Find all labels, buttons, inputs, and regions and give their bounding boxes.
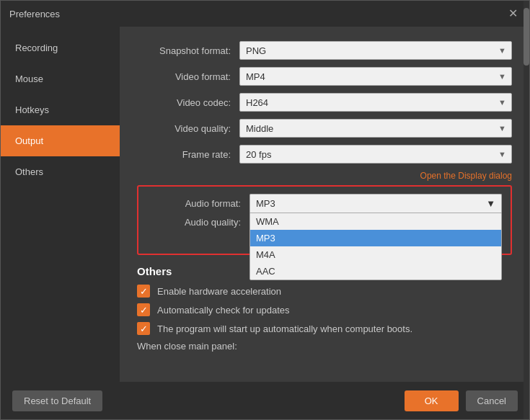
cancel-button[interactable]: Cancel: [466, 390, 518, 411]
open-display-link[interactable]: Open the Display dialog: [420, 171, 512, 181]
reset-button[interactable]: Reset to Default: [12, 390, 102, 411]
frame-rate-label: Frame rate:: [137, 149, 231, 160]
frame-rate-row: Frame rate: 15 fps 20 fps 25 fps 30 fps …: [137, 145, 512, 164]
checkbox-row-updates: ✓ Automatically check for updates: [137, 303, 512, 316]
footer-right: OK Cancel: [405, 390, 518, 411]
sidebar-item-recording[interactable]: Recording: [1, 32, 120, 63]
sidebar-item-hotkeys[interactable]: Hotkeys: [1, 94, 120, 125]
title-bar: Preferences ✕: [1, 1, 529, 27]
ok-button[interactable]: OK: [405, 390, 459, 411]
checkbox-row-hardware: ✓ Enable hardware acceleration: [137, 285, 512, 298]
checkmark-updates: ✓: [140, 305, 148, 315]
video-codec-wrapper: H264 H265 ▼: [239, 93, 512, 112]
checkbox-autostart[interactable]: ✓: [137, 322, 150, 335]
checkbox-row-autostart: ✓ The program will start up automaticall…: [137, 322, 512, 335]
audio-format-dropdown-list: WMA MP3 M4A AAC: [249, 213, 502, 280]
snapshot-format-wrapper: PNG JPG BMP ▼: [239, 41, 512, 60]
checkmark-autostart: ✓: [140, 324, 148, 334]
sidebar: Recording Mouse Hotkeys Output Others: [1, 27, 120, 382]
dialog-title: Preferences: [9, 9, 60, 19]
video-format-label: Video format:: [137, 71, 231, 82]
scrollbar-track[interactable]: [524, 27, 529, 382]
audio-format-value: MP3: [256, 198, 275, 209]
frame-rate-select[interactable]: 15 fps 20 fps 25 fps 30 fps: [239, 145, 512, 164]
video-quality-select[interactable]: Low Middle High: [239, 119, 512, 138]
audio-format-chevron: ▼: [486, 198, 495, 209]
checkbox-updates[interactable]: ✓: [137, 303, 150, 316]
snapshot-format-label: Snapshot format:: [137, 45, 231, 56]
video-format-row: Video format: MP4 AVI MOV ▼: [137, 67, 512, 86]
checkbox-label-updates: Automatically check for updates: [157, 305, 290, 316]
video-codec-row: Video codec: H264 H265 ▼: [137, 93, 512, 112]
audio-format-option-mp3[interactable]: MP3: [250, 230, 501, 246]
snapshot-format-row: Snapshot format: PNG JPG BMP ▼: [137, 41, 512, 60]
checkbox-label-hardware: Enable hardware acceleration: [157, 286, 281, 297]
audio-section: Audio format: MP3 ▼ WMA MP3 M4A AAC: [137, 185, 512, 255]
audio-quality-label: Audio quality:: [147, 217, 241, 228]
frame-rate-wrapper: 15 fps 20 fps 25 fps 30 fps ▼: [239, 145, 512, 164]
checkbox-hardware[interactable]: ✓: [137, 285, 150, 298]
close-button[interactable]: ✕: [505, 6, 521, 21]
audio-format-option-m4a[interactable]: M4A: [250, 246, 501, 263]
snapshot-format-select[interactable]: PNG JPG BMP: [239, 41, 512, 60]
audio-format-selected[interactable]: MP3 ▼: [249, 194, 502, 213]
video-quality-label: Video quality:: [137, 123, 231, 134]
sidebar-item-mouse[interactable]: Mouse: [1, 63, 120, 94]
display-link-row: Open the Display dialog: [137, 171, 512, 181]
main-content: Recording Mouse Hotkeys Output Others Sn…: [1, 27, 529, 382]
scrollbar-thumb[interactable]: [524, 27, 529, 66]
when-close-label: When close main panel:: [137, 341, 512, 352]
video-format-wrapper: MP4 AVI MOV ▼: [239, 67, 512, 86]
footer: Reset to Default OK Cancel: [1, 382, 529, 419]
checkmark-hardware: ✓: [140, 287, 148, 296]
checkbox-label-autostart: The program will start up automatically …: [157, 323, 412, 334]
audio-format-label: Audio format:: [147, 198, 241, 209]
content-area: Snapshot format: PNG JPG BMP ▼ Video for…: [120, 27, 529, 382]
audio-format-option-wma[interactable]: WMA: [250, 213, 501, 230]
preferences-dialog: Preferences ✕ Recording Mouse Hotkeys Ou…: [0, 0, 530, 420]
sidebar-item-output[interactable]: Output: [1, 125, 120, 156]
sidebar-item-others[interactable]: Others: [1, 156, 120, 187]
video-codec-label: Video codec:: [137, 97, 231, 108]
video-codec-select[interactable]: H264 H265: [239, 93, 512, 112]
video-quality-wrapper: Low Middle High ▼: [239, 119, 512, 138]
video-quality-row: Video quality: Low Middle High ▼: [137, 119, 512, 138]
audio-format-dropdown-container: MP3 ▼ WMA MP3 M4A AAC: [249, 194, 502, 213]
video-format-select[interactable]: MP4 AVI MOV: [239, 67, 512, 86]
audio-format-option-aac[interactable]: AAC: [250, 263, 501, 280]
audio-format-row: Audio format: MP3 ▼ WMA MP3 M4A AAC: [147, 194, 502, 213]
